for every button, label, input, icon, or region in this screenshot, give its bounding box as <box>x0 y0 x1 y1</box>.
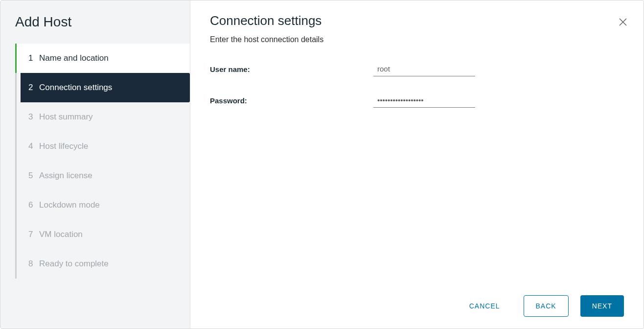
step-label: VM location <box>39 230 83 239</box>
cancel-button[interactable]: CANCEL <box>458 295 512 317</box>
step-number: 2 <box>28 83 39 93</box>
back-button[interactable]: BACK <box>524 295 569 317</box>
step-label: Host summary <box>39 112 93 122</box>
step-number: 4 <box>28 141 39 151</box>
step-number: 5 <box>28 171 39 181</box>
close-icon <box>619 18 627 26</box>
step-lockdown-mode: 6 Lockdown mode <box>17 190 190 220</box>
step-number: 8 <box>28 259 39 269</box>
step-number: 6 <box>28 200 39 210</box>
password-input[interactable] <box>373 93 475 108</box>
content-title: Connection settings <box>210 13 624 28</box>
username-label: User name: <box>210 65 373 73</box>
step-label: Lockdown mode <box>39 200 100 210</box>
step-host-lifecycle: 4 Host lifecycle <box>17 132 190 161</box>
step-vm-location: 7 VM location <box>17 220 190 249</box>
step-label: Name and location <box>39 53 109 63</box>
step-ready-to-complete: 8 Ready to complete <box>17 249 190 279</box>
step-label: Connection settings <box>39 83 112 93</box>
content-subtitle: Enter the host connection details <box>210 35 624 44</box>
step-connection-settings[interactable]: 2 Connection settings <box>21 73 190 102</box>
step-label: Ready to complete <box>39 259 109 269</box>
step-number: 1 <box>28 53 39 63</box>
username-input[interactable] <box>373 62 475 76</box>
password-label: Password: <box>210 96 373 105</box>
wizard-steps: 1 Name and location 2 Connection setting… <box>15 44 190 279</box>
wizard-content: Connection settings Enter the host conne… <box>190 0 644 329</box>
step-number: 7 <box>28 230 39 239</box>
wizard-footer: CANCEL BACK NEXT <box>210 295 624 317</box>
step-name-and-location[interactable]: 1 Name and location <box>17 44 190 73</box>
username-row: User name: <box>210 62 624 76</box>
add-host-dialog: Add Host 1 Name and location 2 Connectio… <box>0 0 644 329</box>
step-assign-license: 5 Assign license <box>17 161 190 190</box>
step-label: Host lifecycle <box>39 141 88 151</box>
wizard-sidebar: Add Host 1 Name and location 2 Connectio… <box>0 0 190 329</box>
close-button[interactable] <box>617 16 629 28</box>
password-row: Password: <box>210 93 624 108</box>
next-button[interactable]: NEXT <box>580 295 624 317</box>
step-label: Assign license <box>39 171 92 181</box>
step-host-summary: 3 Host summary <box>17 102 190 132</box>
step-number: 3 <box>28 112 39 122</box>
wizard-title: Add Host <box>0 14 190 44</box>
